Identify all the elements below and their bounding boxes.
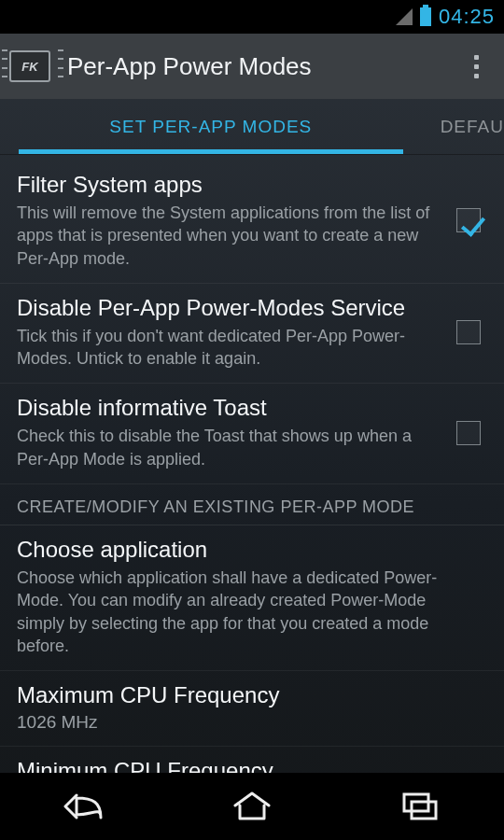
nav-back-button[interactable] — [28, 783, 140, 830]
checkbox-icon[interactable] — [456, 208, 481, 232]
setting-disable-service[interactable]: Disable Per-App Power-Modes Service Tick… — [0, 284, 504, 385]
tab-set-per-app-modes[interactable]: SET PER-APP MODES — [0, 99, 422, 154]
setting-desc: Tick this if you don't want dedicated Pe… — [17, 325, 441, 371]
signal-icon — [396, 8, 413, 25]
setting-value: 1026 MHz — [17, 712, 478, 733]
setting-title: Maximum CPU Frequency — [17, 682, 478, 708]
tab-bar: SET PER-APP MODES DEFAU — [0, 99, 504, 155]
setting-title: Disable Per-App Power-Modes Service — [17, 295, 441, 321]
checkbox-icon[interactable] — [456, 421, 481, 445]
setting-disable-toast[interactable]: Disable informative Toast Check this to … — [0, 384, 504, 484]
setting-desc: This will remove the System applications… — [17, 202, 441, 270]
setting-title: Minimum CPU Frequency — [17, 758, 478, 773]
nav-recent-button[interactable] — [364, 783, 476, 830]
battery-icon — [420, 7, 431, 26]
setting-title: Choose application — [17, 537, 478, 563]
setting-desc: Choose which application shall have a de… — [17, 567, 478, 657]
page-title: Per-App Power Modes — [67, 52, 457, 81]
navigation-bar — [0, 773, 504, 840]
status-time: 04:25 — [439, 5, 495, 29]
setting-choose-application[interactable]: Choose application Choose which applicat… — [0, 525, 504, 671]
recent-apps-icon — [401, 791, 439, 821]
overflow-menu-button[interactable] — [457, 55, 495, 78]
settings-list[interactable]: Filter System apps This will remove the … — [0, 155, 504, 773]
status-bar: 04:25 — [0, 0, 504, 34]
setting-max-cpu-frequency[interactable]: Maximum CPU Frequency 1026 MHz — [0, 671, 504, 747]
tab-defaults[interactable]: DEFAU — [422, 99, 504, 154]
setting-desc: Check this to disable the Toast that sho… — [17, 425, 441, 470]
nav-home-button[interactable] — [196, 783, 308, 830]
setting-min-cpu-frequency[interactable]: Minimum CPU Frequency 384 MHz — [0, 747, 504, 773]
app-icon-label: FK — [21, 60, 37, 74]
home-icon — [231, 791, 273, 822]
tab-label: SET PER-APP MODES — [109, 117, 312, 137]
section-header-create-modify: CREATE/MODIFY AN EXISTING PER-APP MODE — [0, 484, 504, 525]
overflow-icon — [474, 55, 479, 60]
tab-label: DEFAU — [441, 117, 504, 137]
back-icon — [63, 790, 105, 823]
setting-filter-system-apps[interactable]: Filter System apps This will remove the … — [0, 161, 504, 284]
setting-title: Filter System apps — [17, 172, 441, 198]
checkbox-icon[interactable] — [456, 320, 481, 344]
app-icon[interactable]: FK — [9, 48, 56, 85]
action-bar: FK Per-App Power Modes — [0, 34, 504, 99]
setting-title: Disable informative Toast — [17, 395, 441, 421]
